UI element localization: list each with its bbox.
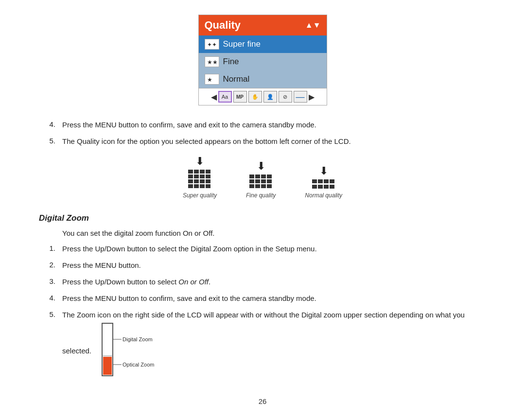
- svg-text:★: ★: [207, 76, 212, 83]
- nav-icon-minus[interactable]: —: [294, 91, 307, 103]
- quality-menu-section: Quality ▲▼ ✦✦✦ Super fine ★★ Fine: [39, 15, 486, 105]
- quality-menu: Quality ▲▼ ✦✦✦ Super fine ★★ Fine: [198, 15, 327, 105]
- nav-icon-hand[interactable]: ✋: [248, 91, 262, 103]
- svg-rect-24: [255, 179, 260, 183]
- svg-rect-29: [261, 184, 266, 188]
- svg-rect-19: [249, 175, 254, 178]
- nav-icon-mp[interactable]: MP: [233, 91, 247, 103]
- svg-rect-35: [312, 185, 317, 189]
- quality-row-fine[interactable]: ★★ Fine: [199, 53, 327, 70]
- svg-rect-27: [249, 184, 254, 188]
- dz-step-5-text: The Zoom icon on the right side of the L…: [62, 309, 486, 383]
- super-quality-icon-item: ⬇ Super quality: [183, 156, 217, 199]
- step-4-quality: 4. Press the MENU button to confirm, sav…: [39, 119, 486, 131]
- svg-text:✦✦✦: ✦✦✦: [207, 41, 217, 48]
- dz-step-2: 2. Press the MENU button.: [39, 260, 486, 271]
- section-title-digital-zoom: Digital Zoom: [39, 213, 486, 223]
- step-4-num: 4.: [39, 119, 62, 131]
- svg-rect-12: [194, 179, 199, 183]
- fine-down-arrow: ⬇: [257, 161, 265, 172]
- nav-icon-noselfie[interactable]: ⊘: [279, 91, 292, 103]
- quality-row-normal[interactable]: ★ Normal: [199, 70, 327, 88]
- digital-zoom-section: Digital Zoom You can set the digital zoo…: [39, 213, 486, 383]
- svg-rect-36: [318, 185, 323, 189]
- nav-left-arrow[interactable]: ◀: [211, 92, 217, 102]
- svg-text:★★: ★★: [207, 59, 217, 66]
- svg-rect-23: [249, 179, 254, 183]
- nav-icon-aa[interactable]: Aa: [218, 91, 232, 103]
- normal-icon: ★: [205, 74, 219, 85]
- dz-step-1-text: Press the Up/Down button to select the D…: [62, 243, 486, 255]
- dz-step-5: 5. The Zoom icon on the right side of th…: [39, 309, 486, 383]
- svg-rect-5: [200, 170, 205, 174]
- page-number: 26: [39, 397, 486, 405]
- svg-rect-32: [318, 179, 323, 183]
- normal-quality-label: Normal quality: [305, 192, 342, 199]
- fine-quality-label: Fine quality: [246, 192, 276, 199]
- dz-step-4-num: 4.: [39, 293, 62, 304]
- svg-rect-28: [255, 184, 260, 188]
- svg-rect-20: [255, 175, 260, 178]
- quality-nav-bar: ◀ Aa MP ✋ 👤 ⊘ — ▶: [199, 88, 327, 105]
- svg-rect-15: [188, 184, 193, 188]
- svg-rect-4: [194, 170, 199, 174]
- pre-icon-steps: 4. Press the MENU button to confirm, sav…: [39, 119, 486, 147]
- quality-row-superfine[interactable]: ✦✦✦ Super fine: [199, 35, 327, 53]
- svg-rect-16: [194, 184, 199, 188]
- dz-step-3: 3. Press the Up/Down button to select On…: [39, 276, 486, 288]
- step-5-text: The Quality icon for the option you sele…: [62, 136, 486, 147]
- fine-quality-icon-item: ⬇ Fine quality: [246, 161, 276, 199]
- svg-rect-30: [267, 184, 272, 188]
- dz-step-4-text: Press the MENU button to confirm, save a…: [62, 293, 486, 304]
- super-quality-grid: [188, 170, 211, 189]
- quality-title: Quality: [205, 19, 241, 32]
- nav-right-arrow[interactable]: ▶: [309, 92, 315, 102]
- superfine-label: Super fine: [223, 39, 261, 49]
- svg-rect-18: [206, 184, 210, 188]
- svg-rect-40: [103, 357, 112, 375]
- svg-rect-14: [206, 179, 210, 183]
- fine-icon: ★★: [205, 56, 219, 67]
- fine-label: Fine: [223, 57, 239, 67]
- svg-rect-3: [188, 170, 193, 174]
- dz-step-3-num: 3.: [39, 276, 62, 288]
- svg-rect-9: [200, 175, 205, 178]
- quality-header: Quality ▲▼: [199, 15, 327, 35]
- digital-zoom-steps: 1. Press the Up/Down button to select th…: [39, 243, 486, 383]
- dz-step-1-num: 1.: [39, 243, 62, 255]
- dz-step-5-num: 5.: [39, 309, 62, 320]
- step-4-text: Press the MENU button to confirm, save a…: [62, 119, 486, 131]
- dz-step-2-text: Press the MENU button.: [62, 260, 486, 271]
- svg-rect-6: [206, 170, 210, 174]
- svg-text:Digital Zoom: Digital Zoom: [122, 336, 153, 342]
- svg-text:Optical Zoom: Optical Zoom: [122, 362, 154, 368]
- svg-rect-37: [324, 185, 329, 189]
- zoom-diagram-svg: Digital Zoom Optical Zoom: [97, 321, 141, 379]
- nav-icon-face[interactable]: 👤: [263, 91, 277, 103]
- svg-rect-26: [267, 179, 272, 183]
- normal-quality-icon-item: ⬇ Normal quality: [305, 166, 342, 199]
- svg-rect-13: [200, 179, 205, 183]
- normal-down-arrow: ⬇: [319, 166, 328, 176]
- step-5-quality: 5. The Quality icon for the option you s…: [39, 136, 486, 147]
- svg-rect-33: [324, 179, 329, 183]
- svg-rect-21: [261, 175, 266, 178]
- svg-rect-10: [206, 175, 210, 178]
- super-down-arrow: ⬇: [195, 156, 204, 167]
- svg-rect-11: [188, 179, 193, 183]
- dz-step-4: 4. Press the MENU button to confirm, sav…: [39, 293, 486, 304]
- fine-quality-grid: [249, 175, 273, 189]
- superfine-icon: ✦✦✦: [205, 39, 219, 50]
- step-5-num: 5.: [39, 136, 62, 147]
- normal-label: Normal: [223, 74, 250, 84]
- svg-rect-25: [261, 179, 266, 183]
- svg-rect-34: [330, 179, 334, 183]
- digital-zoom-intro: You can set the digital zoom function On…: [62, 229, 486, 237]
- dz-step-2-num: 2.: [39, 260, 62, 271]
- dz-step-1: 1. Press the Up/Down button to select th…: [39, 243, 486, 255]
- quality-icons-row: ⬇ Super quality ⬇: [39, 156, 486, 199]
- svg-rect-22: [267, 175, 272, 178]
- dz-step-3-text: Press the Up/Down button to select On or…: [62, 276, 486, 288]
- normal-quality-grid: [312, 179, 335, 189]
- quality-arrows[interactable]: ▲▼: [305, 21, 321, 30]
